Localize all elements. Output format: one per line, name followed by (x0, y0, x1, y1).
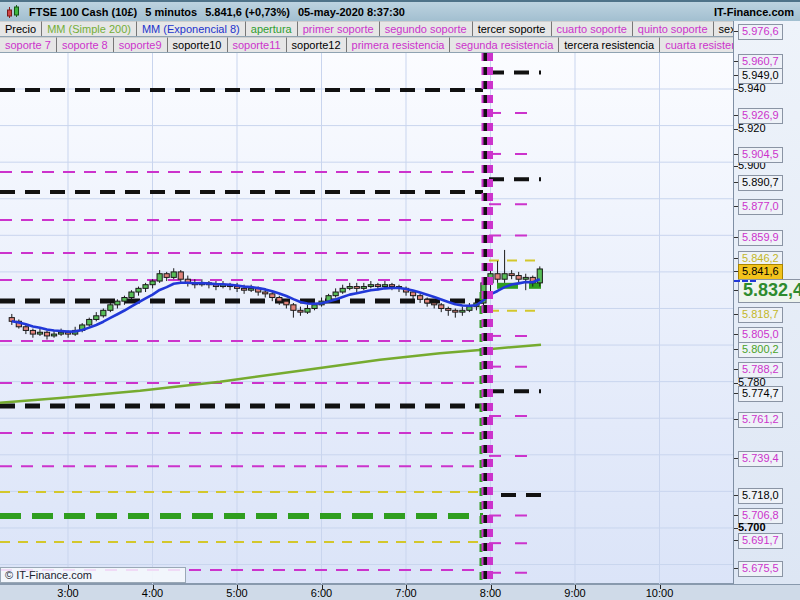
legend-chip-sexto-soporte[interactable]: sexto soporte (714, 21, 733, 36)
candle-body (425, 299, 430, 303)
candle-body (115, 301, 120, 305)
candle-body (44, 332, 49, 336)
candle-body (340, 288, 345, 292)
candle-body (453, 310, 458, 312)
price-axis-label: 5.877,0 (738, 199, 783, 215)
candle-body (410, 292, 415, 296)
candle-body (23, 327, 28, 331)
legend-row-1: PrecioMM (Simple 200)MM (Exponencial 8)a… (0, 21, 733, 37)
candle-body (164, 274, 169, 278)
candle-body (291, 305, 296, 310)
candle-body (101, 310, 106, 315)
instrument-title: FTSE 100 Cash (10£) (29, 6, 137, 18)
price-axis-label: 5.774,7 (738, 386, 783, 402)
candle-body (368, 285, 373, 287)
candle-body (382, 285, 387, 287)
time-axis[interactable]: 3:004:005:006:007:008:009:0010:00 (0, 584, 800, 600)
candle-body (37, 332, 42, 334)
price-axis-label: 5.940 (738, 82, 766, 95)
price-axis-label: 5.739,4 (738, 451, 783, 467)
candle-body (122, 298, 127, 302)
candle-body (375, 285, 380, 287)
price-axis-label: 5.691,7 (738, 533, 783, 549)
time-axis-label: 4:00 (142, 587, 163, 599)
time-axis-label: 7:00 (395, 587, 416, 599)
legend-chip-soporte11[interactable]: soporte11 (228, 37, 287, 52)
legend-chip-cuarta-resistencia[interactable]: cuarta resistencia (660, 37, 733, 52)
candle-body (446, 308, 451, 310)
legend-chip-segundo-soporte[interactable]: segundo soporte (380, 21, 473, 36)
legend-chip-segunda-resistencia[interactable]: segunda resistencia (450, 37, 559, 52)
candlestick-icon (6, 5, 21, 19)
chart-plot-area[interactable]: © IT-Finance.com (0, 53, 733, 584)
price-axis-label: 5.976,6 (738, 24, 783, 40)
time-axis-label: 8:00 (480, 587, 501, 599)
candle-body (157, 274, 162, 281)
candle-body (51, 334, 56, 336)
legend-chip-soporte-7[interactable]: soporte 7 (0, 37, 57, 52)
legend-chip-precio[interactable]: Precio (0, 21, 42, 36)
candle-body (432, 303, 437, 305)
candle-body (389, 285, 394, 287)
candle-body (249, 288, 254, 290)
legend-chip-tercer-soporte[interactable]: tercer soporte (473, 21, 552, 36)
legend-chip-soporte9[interactable]: soporte9 (114, 37, 168, 52)
candle-body (270, 294, 275, 298)
copyright-label: © IT-Finance.com (0, 567, 186, 583)
price-axis-label: 5.761,2 (738, 412, 783, 428)
candle-body (305, 308, 310, 312)
legend-chip-apertura[interactable]: apertura (246, 21, 298, 36)
candle-body (178, 272, 183, 279)
legend-chip-soporte-8[interactable]: soporte 8 (57, 37, 114, 52)
candle-body (30, 330, 35, 334)
price-axis-label: 5.675,5 (738, 561, 783, 577)
candle-body (150, 281, 155, 285)
brand-link[interactable]: IT-Finance.com (714, 6, 794, 18)
candle-body (298, 310, 303, 312)
candle-body (523, 277, 528, 279)
title-bar: FTSE 100 Cash (10£) 5 minutos 5.841,6 (+… (0, 2, 800, 21)
candle-body (58, 332, 63, 334)
candlestick-chart (0, 53, 733, 584)
time-axis-label: 9:00 (564, 587, 585, 599)
time-axis-label: 5:00 (226, 587, 247, 599)
candle-body (284, 301, 289, 305)
candle-body (495, 274, 500, 279)
last-price-label: 5.841,6 (738, 264, 783, 280)
datetime: 05-may-2020 8:37:30 (298, 6, 405, 18)
candle-body (108, 305, 113, 310)
candle-body (502, 274, 507, 279)
candle-body (361, 287, 366, 289)
candle-body (277, 298, 282, 302)
candle-body (418, 296, 423, 300)
legend-chip-soporte12[interactable]: soporte12 (287, 37, 347, 52)
legend-chip-tercera-resistencia[interactable]: tercera resistencia (559, 37, 660, 52)
ma-simple-200-line (0, 345, 541, 403)
price-axis-label: 5.920 (738, 122, 766, 135)
candle-body (171, 272, 176, 277)
candle-body (354, 287, 359, 289)
candle-body (333, 292, 338, 296)
candle-body (347, 287, 352, 289)
time-axis-label: 10:00 (646, 587, 674, 599)
price-axis-label: 5.859,9 (738, 230, 783, 246)
price-axis[interactable]: 5.976,65.960,75.949,05.9405.926,95.9205.… (733, 21, 800, 584)
price-axis-label: 5.718,0 (738, 488, 783, 504)
candle-body (136, 288, 141, 292)
legend-chip-quinto-soporte[interactable]: quinto soporte (633, 21, 714, 36)
legend-chip-mm-exponencial-8-[interactable]: MM (Exponencial 8) (137, 21, 246, 36)
legend-chip-primer-soporte[interactable]: primer soporte (298, 21, 380, 36)
timeframe: 5 minutos (145, 6, 197, 18)
legend-chip-mm-simple-200-[interactable]: MM (Simple 200) (42, 21, 137, 36)
candle-body (263, 292, 268, 294)
last-price-change: 5.841,6 (+0,73%) (205, 6, 290, 18)
legend-chip-cuarto-soporte[interactable]: cuarto soporte (552, 21, 633, 36)
candle-body (143, 285, 148, 289)
ma8-value-marker (734, 280, 756, 282)
candle-body (509, 274, 514, 276)
chart-window: FTSE 100 Cash (10£) 5 minutos 5.841,6 (+… (0, 0, 800, 600)
price-axis-label: 5.805,0 (738, 327, 783, 343)
legend-chip-primera-resistencia[interactable]: primera resistencia (347, 37, 451, 52)
legend-chip-soporte10[interactable]: soporte10 (168, 37, 228, 52)
candle-body (94, 316, 99, 320)
